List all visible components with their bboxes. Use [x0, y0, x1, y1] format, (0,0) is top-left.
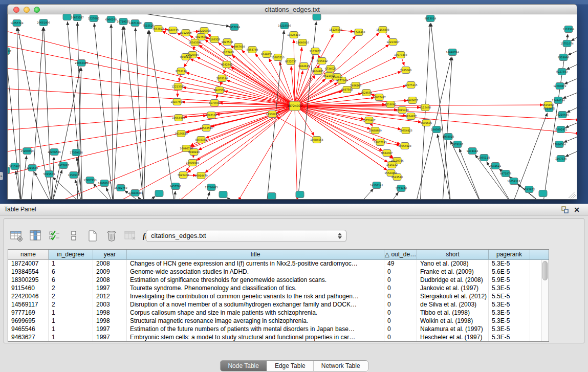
graph-edge[interactable]: [205, 106, 295, 173]
cell-pagerank: 5.3E-5: [489, 334, 530, 342]
graph-edge[interactable]: [8, 29, 295, 106]
graph-edge[interactable]: [295, 36, 356, 106]
cell-title: Investigating the contribution of common…: [127, 293, 384, 301]
graph-edge[interactable]: [52, 68, 80, 199]
select-columns-icon[interactable]: [47, 229, 62, 243]
graph-node-label: 2053107: [8, 50, 11, 53]
row-layout-icon[interactable]: [66, 229, 81, 243]
table-row[interactable]: 1456911722003Disruption of a novel membe…: [8, 301, 549, 309]
tab-network-table[interactable]: Network Table: [314, 361, 368, 371]
graph-edge[interactable]: [111, 24, 113, 199]
graph-edge[interactable]: [295, 106, 577, 120]
window-resize-grip[interactable]: [569, 192, 576, 199]
graph-edge[interactable]: [17, 28, 21, 199]
graph-edge[interactable]: [149, 30, 175, 199]
table-selector-dropdown[interactable]: citations_edges.txt: [146, 230, 346, 242]
graph-node-label: 9245652: [524, 188, 535, 191]
table-row[interactable]: 977716911998Corpus callosum shape and si…: [8, 309, 549, 317]
remove-table-icon[interactable]: [123, 229, 138, 243]
graph-node[interactable]: [155, 190, 163, 197]
graph-edge[interactable]: [571, 33, 577, 41]
graph-edge[interactable]: [431, 23, 451, 199]
graph-edge[interactable]: [135, 28, 144, 199]
graph-edge[interactable]: [113, 26, 123, 199]
graph-edge[interactable]: [226, 80, 295, 106]
network-canvas[interactable]: 1872400714055724206914061065328715276026…: [7, 14, 577, 200]
table-row[interactable]: 2242004622012Investigating the contribut…: [8, 293, 549, 301]
tab-node-table[interactable]: Node Table: [220, 361, 267, 371]
graph-edge[interactable]: [389, 192, 399, 199]
graph-node[interactable]: [296, 191, 304, 198]
graph-edge[interactable]: [8, 106, 295, 130]
graph-node-label: 8471876: [500, 172, 511, 175]
table-row[interactable]: 1830029562008Estimation of significance …: [8, 276, 549, 285]
graph-edge[interactable]: [566, 61, 577, 70]
table-scrollbar-thumb[interactable]: [542, 261, 548, 280]
column-header-title[interactable]: title: [127, 250, 384, 260]
cell-name: 18300295: [8, 276, 49, 285]
graph-edge[interactable]: [124, 26, 144, 199]
graph-edge[interactable]: [144, 196, 156, 199]
graph-edge[interactable]: [231, 67, 295, 106]
table-row[interactable]: 1872400712008Changes of HCN gene express…: [8, 260, 549, 268]
column-header-year[interactable]: year: [93, 250, 127, 260]
graph-node[interactable]: [219, 191, 227, 198]
cell-title: Estimation of significance thresholds fo…: [127, 276, 384, 285]
graph-edge[interactable]: [175, 191, 176, 199]
column-header-name[interactable]: name: [8, 250, 49, 260]
graph-edge[interactable]: [359, 189, 374, 199]
graph-edge[interactable]: [8, 106, 295, 110]
graph-edge[interactable]: [295, 79, 333, 106]
table-row[interactable]: 946362711997Embryonic stem cells: a mode…: [8, 334, 549, 342]
panel-collapse-handle[interactable]: ▸: [0, 172, 3, 180]
table-scrollbar[interactable]: [541, 260, 549, 341]
graph-edge[interactable]: [295, 71, 303, 106]
table-row[interactable]: 911546021997Tourette syndrome. Phenomeno…: [8, 285, 549, 293]
column-header-pagerank[interactable]: pagerank: [489, 250, 530, 260]
graph-edge[interactable]: [238, 106, 295, 199]
graph-edge[interactable]: [276, 116, 317, 140]
tab-edge-table[interactable]: Edge Table: [267, 361, 314, 371]
column-header-short[interactable]: short: [417, 250, 489, 260]
graph-edge[interactable]: [295, 106, 388, 162]
graph-edge[interactable]: [227, 198, 236, 199]
float-panel-icon[interactable]: [561, 206, 569, 213]
table-row[interactable]: 1938455462009Genome-wide association stu…: [8, 268, 549, 276]
graph-node-label: 6734028: [325, 67, 336, 70]
cell-name: 9777169: [8, 309, 49, 317]
column-header-in_degree[interactable]: in_degree: [49, 250, 93, 260]
graph-node[interactable]: [539, 190, 547, 197]
column-header-out_de[interactable]: △ out_de…: [384, 250, 417, 260]
graph-edge[interactable]: [31, 27, 43, 199]
graph-node-label: 9322037: [285, 60, 296, 63]
graph-node[interactable]: [63, 14, 71, 20]
graph-edge[interactable]: [567, 104, 577, 113]
graph-node[interactable]: [313, 14, 321, 20]
graph-edge[interactable]: [443, 57, 452, 199]
graph-edge[interactable]: [562, 90, 577, 99]
cell-out_de: 0: [384, 293, 417, 301]
graph-edge[interactable]: [565, 148, 577, 157]
graph-edge[interactable]: [563, 134, 577, 143]
delete-table-icon[interactable]: [104, 229, 119, 243]
table-row[interactable]: 946554611997Estimation of the future num…: [8, 325, 549, 334]
new-table-icon[interactable]: [85, 229, 100, 243]
graph-edge[interactable]: [564, 76, 577, 84]
cell-name: 9465546: [8, 325, 49, 334]
close-panel-icon[interactable]: ✕: [573, 205, 581, 214]
graph-edge[interactable]: [94, 23, 113, 199]
graph-edge[interactable]: [144, 30, 148, 199]
table-row[interactable]: 969969511998Structural magnetic resonanc…: [8, 317, 549, 325]
graph-node[interactable]: [8, 167, 10, 174]
table-settings-icon[interactable]: [9, 229, 25, 243]
cell-pagerank: 5.3E-5: [489, 301, 530, 309]
graph-edge[interactable]: [568, 48, 577, 55]
graph-node-label: 9457791: [170, 185, 181, 188]
graph-edge[interactable]: [21, 156, 27, 199]
show-columns-icon[interactable]: [28, 229, 43, 243]
graph-edge[interactable]: [205, 191, 210, 199]
graph-edge[interactable]: [565, 120, 577, 128]
window-titlebar[interactable]: citations_edges.txt: [7, 4, 577, 14]
graph-node[interactable]: [268, 193, 276, 200]
graph-edge[interactable]: [295, 106, 297, 199]
